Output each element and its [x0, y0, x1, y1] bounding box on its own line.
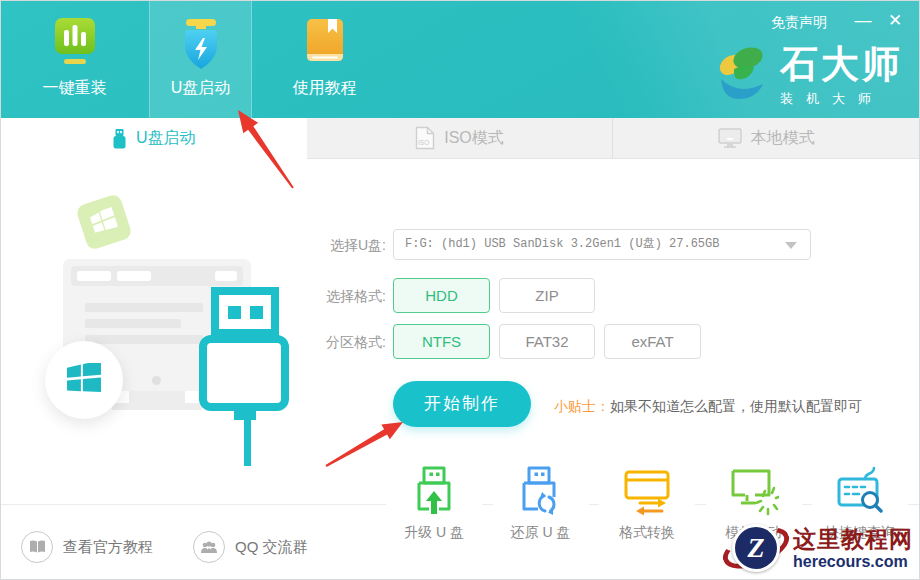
site-watermark: Z 这里教程网 herecours.com: [727, 519, 913, 577]
usb-illustration: [1, 159, 361, 489]
mode-tab-label: U盘启动: [136, 128, 196, 149]
usb-stick-icon: [112, 129, 127, 149]
usb-select-dropdown[interactable]: F:G: (hd1) USB SanDisk 3.2Gen1 (U盘) 27.6…: [393, 229, 811, 260]
mode-tab-bar: U盘启动 ISO ISO模式 本地模式: [1, 118, 919, 159]
restore-usb-icon: [516, 465, 566, 517]
tool-label: 还原 U 盘: [511, 524, 571, 542]
tip-prefix: 小贴士：: [554, 398, 610, 414]
header-tab-label: 使用教程: [293, 78, 357, 99]
close-button[interactable]: ✕: [883, 11, 907, 31]
watermark-domain: herecours.com: [793, 552, 913, 571]
mode-tab-iso[interactable]: ISO ISO模式: [307, 118, 613, 159]
disclaimer-link[interactable]: 免责声明: [771, 14, 827, 32]
format-select-label: 选择格式:: [291, 288, 386, 306]
format-option-zip[interactable]: ZIP: [499, 278, 595, 313]
usb-shield-icon: [177, 16, 225, 74]
brand-logo: 石大师 装机大师: [714, 43, 903, 108]
brand-title: 石大师: [780, 43, 903, 85]
mode-tab-label: ISO模式: [444, 128, 504, 149]
usb-select-label: 选择U盘:: [291, 237, 386, 255]
upgrade-usb-icon: [409, 465, 459, 517]
header-tab-label: 一键重装: [43, 78, 107, 99]
usb-plug-pin: [228, 306, 241, 319]
tool-upgrade-usb[interactable]: 升级 U 盘: [386, 465, 482, 553]
brand-text: 石大师 装机大师: [780, 43, 903, 108]
partition-option-ntfs[interactable]: NTFS: [393, 324, 490, 359]
chart-icon: [51, 16, 99, 74]
watermark-logo-icon: Z: [727, 519, 785, 577]
tool-format-convert[interactable]: 格式转换: [599, 465, 695, 553]
hotkey-query-icon: [835, 465, 885, 517]
format-convert-icon: [622, 465, 672, 517]
usb-plug-head: [211, 287, 279, 337]
tool-label: 格式转换: [619, 524, 675, 542]
usb-plug-pin: [250, 306, 263, 319]
people-circle-icon: [193, 531, 225, 563]
windows-logo-badge: [45, 341, 123, 419]
tool-label: 升级 U 盘: [404, 524, 464, 542]
iso-icon-text: ISO: [418, 139, 429, 146]
brand-logo-icon: [714, 43, 774, 103]
qq-group-link[interactable]: QQ 交流群: [193, 531, 308, 563]
chevron-down-icon: [785, 242, 797, 249]
mode-tab-label: 本地模式: [751, 128, 815, 149]
official-tutorial-link[interactable]: 查看官方教程: [21, 531, 153, 563]
mode-tab-usb-boot[interactable]: U盘启动: [1, 118, 307, 159]
start-make-button[interactable]: 开始制作: [393, 381, 531, 427]
header-tab-reinstall[interactable]: 一键重装: [23, 1, 126, 118]
tip-text: 小贴士：如果不知道怎么配置，使用默认配置即可: [554, 398, 862, 416]
qq-group-label: QQ 交流群: [235, 538, 308, 557]
format-option-hdd[interactable]: HDD: [393, 278, 490, 313]
book-icon: [301, 16, 349, 74]
simulate-boot-icon: [729, 465, 779, 517]
app-window: 一键重装 U盘启动 使用教程 免: [0, 0, 920, 580]
usb-select-value: F:G: (hd1) USB SanDisk 3.2Gen1 (U盘) 27.6…: [394, 230, 810, 259]
usb-plug-body: [199, 335, 289, 411]
usb-plug-cable: [244, 420, 251, 466]
windows-tile-icon: [75, 193, 133, 251]
watermark-site-name: 这里教程网: [793, 526, 913, 552]
header-tab-usb-boot[interactable]: U盘启动: [149, 1, 252, 118]
monitor-icon: [718, 128, 742, 149]
header-tab-label: U盘启动: [171, 78, 231, 99]
header-tab-tutorial[interactable]: 使用教程: [273, 1, 376, 118]
mode-tab-local[interactable]: 本地模式: [612, 118, 919, 159]
partition-select-label: 分区格式:: [291, 334, 386, 352]
usb-plug-neck: [234, 409, 256, 420]
header: 一键重装 U盘启动 使用教程 免: [1, 1, 919, 118]
partition-option-exfat[interactable]: exFAT: [604, 324, 701, 359]
partition-option-fat32[interactable]: FAT32: [499, 324, 595, 359]
book-circle-icon: [21, 531, 53, 563]
tool-restore-usb[interactable]: 还原 U 盘: [493, 465, 589, 553]
tip-body: 如果不知道怎么配置，使用默认配置即可: [610, 398, 862, 414]
minimize-button[interactable]: —: [851, 11, 875, 31]
brand-subtitle: 装机大师: [780, 90, 903, 108]
iso-file-icon: ISO: [415, 126, 435, 150]
official-tutorial-label: 查看官方教程: [63, 538, 153, 557]
